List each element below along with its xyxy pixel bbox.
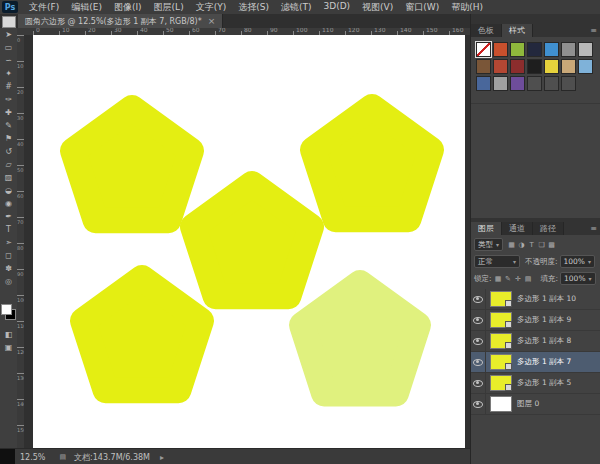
zoom-tool[interactable]: ◎ bbox=[0, 275, 17, 288]
document-canvas[interactable] bbox=[33, 35, 465, 448]
visibility-toggle[interactable] bbox=[471, 331, 486, 351]
color-chips[interactable] bbox=[1, 304, 16, 320]
status-flyout-arrow[interactable]: ▸ bbox=[160, 453, 164, 462]
style-swatch[interactable] bbox=[493, 76, 508, 91]
style-swatch[interactable] bbox=[493, 42, 508, 57]
layer-list: 多边形 1 副本 10多边形 1 副本 9多边形 1 副本 8多边形 1 副本 … bbox=[471, 289, 600, 415]
menu-item[interactable]: 视图(V) bbox=[356, 1, 399, 14]
styles-tab-色板[interactable]: 色板 bbox=[471, 24, 502, 37]
layer-row[interactable]: 多边形 1 副本 5 bbox=[471, 373, 600, 394]
style-swatch[interactable] bbox=[578, 42, 593, 57]
style-swatch[interactable] bbox=[544, 59, 559, 74]
style-swatch[interactable] bbox=[493, 59, 508, 74]
style-swatch-none[interactable] bbox=[476, 42, 491, 57]
style-swatch[interactable] bbox=[578, 59, 593, 74]
pen-tool[interactable]: ✒ bbox=[0, 210, 17, 223]
layer-row[interactable]: 多边形 1 副本 7 bbox=[471, 352, 600, 373]
visibility-toggle[interactable] bbox=[471, 352, 486, 372]
layer-row[interactable]: 多边形 1 副本 9 bbox=[471, 310, 600, 331]
visibility-toggle[interactable] bbox=[471, 310, 486, 330]
styles-tab-样式[interactable]: 样式 bbox=[502, 24, 533, 37]
menu-item[interactable]: 帮助(H) bbox=[445, 1, 489, 14]
style-swatch[interactable] bbox=[561, 42, 576, 57]
style-swatch[interactable] bbox=[476, 76, 491, 91]
menu-item[interactable]: 编辑(E) bbox=[65, 1, 108, 14]
quick-mask-button[interactable]: ◧ bbox=[0, 328, 17, 341]
menu-item[interactable]: 选择(S) bbox=[232, 1, 275, 14]
style-swatch[interactable] bbox=[510, 76, 525, 91]
document-tab[interactable]: 圆角六边形 @ 12.5%(多边形 1 副本 7, RGB/8)* × bbox=[18, 14, 223, 28]
quick-selection-tool[interactable]: ✦ bbox=[0, 67, 17, 80]
style-swatch[interactable] bbox=[544, 76, 559, 91]
style-swatch[interactable] bbox=[527, 59, 542, 74]
move-tool[interactable]: ➤ bbox=[0, 28, 17, 41]
menu-item[interactable]: 图层(L) bbox=[148, 1, 190, 14]
ruler-tick: 70 bbox=[17, 217, 24, 218]
layer-filter-icon[interactable]: ◑ bbox=[517, 241, 526, 249]
visibility-toggle[interactable] bbox=[471, 373, 486, 393]
shape-tool[interactable]: ◻ bbox=[0, 249, 17, 262]
clone-stamp-tool[interactable]: ⚑ bbox=[0, 132, 17, 145]
visibility-toggle[interactable] bbox=[471, 289, 486, 309]
menu-item[interactable]: 文件(F) bbox=[23, 1, 65, 14]
layers-panel-menu-icon[interactable]: ≡ bbox=[590, 224, 597, 233]
close-tab-icon[interactable]: × bbox=[208, 16, 216, 26]
layer-row[interactable]: 图层 0 bbox=[471, 394, 600, 415]
gradient-tool[interactable]: ▨ bbox=[0, 171, 17, 184]
layers-tab-图层[interactable]: 图层 bbox=[471, 222, 502, 235]
layer-row[interactable]: 多边形 1 副本 10 bbox=[471, 289, 600, 310]
style-swatch[interactable] bbox=[527, 42, 542, 57]
style-swatch[interactable] bbox=[561, 76, 576, 91]
crop-tool[interactable]: # bbox=[0, 80, 17, 93]
dodge-tool[interactable]: ◉ bbox=[0, 197, 17, 210]
style-swatch[interactable] bbox=[476, 59, 491, 74]
lasso-tool[interactable]: ∽ bbox=[0, 54, 17, 67]
style-swatch[interactable] bbox=[544, 42, 559, 57]
foreground-color-swatch[interactable] bbox=[1, 304, 12, 315]
layer-filter-icon[interactable]: ❑ bbox=[537, 241, 546, 249]
lock-icon[interactable]: ✛ bbox=[514, 275, 523, 283]
menu-item[interactable]: 3D(D) bbox=[317, 1, 356, 14]
layers-tab-通道[interactable]: 通道 bbox=[502, 222, 533, 235]
menu-item[interactable]: 图像(I) bbox=[108, 1, 148, 14]
history-brush-tool[interactable]: ↺ bbox=[0, 145, 17, 158]
lock-icon[interactable]: ▦ bbox=[494, 275, 503, 283]
layer-filter-icon[interactable]: ▦ bbox=[507, 241, 516, 249]
style-swatch[interactable] bbox=[527, 76, 542, 91]
layer-filter-icon[interactable]: ▩ bbox=[547, 241, 556, 249]
menu-item[interactable]: 文字(Y) bbox=[190, 1, 233, 14]
menu-item[interactable]: 滤镜(T) bbox=[275, 1, 318, 14]
hand-tool[interactable]: ✽ bbox=[0, 262, 17, 275]
marquee-tool[interactable]: ▭ bbox=[0, 41, 17, 54]
blur-tool[interactable]: ◒ bbox=[0, 184, 17, 197]
layer-filter-icon[interactable]: T bbox=[527, 241, 536, 249]
style-swatch[interactable] bbox=[510, 59, 525, 74]
screen-mode-button[interactable]: ▣ bbox=[0, 341, 17, 354]
eraser-tool[interactable]: ▱ bbox=[0, 158, 17, 171]
path-selection-tool[interactable]: ➣ bbox=[0, 236, 17, 249]
brush-tool[interactable]: ✎ bbox=[0, 119, 17, 132]
eyedropper-tool[interactable]: ✑ bbox=[0, 93, 17, 106]
style-swatch[interactable] bbox=[510, 42, 525, 57]
ruler-tick: 100 bbox=[17, 295, 24, 296]
fill-value[interactable]: 100% ▾ bbox=[560, 272, 595, 285]
zoom-level-field[interactable]: 12.5% bbox=[20, 453, 45, 462]
menu-bar: Ps 文件(F)编辑(E)图像(I)图层(L)文字(Y)选择(S)滤镜(T)3D… bbox=[0, 0, 600, 15]
menu-item[interactable]: 窗口(W) bbox=[399, 1, 445, 14]
opacity-value[interactable]: 100% ▾ bbox=[560, 255, 595, 268]
ruler-tick-label: 130 bbox=[374, 28, 385, 33]
eye-icon bbox=[473, 359, 483, 366]
layer-filter-kind-dropdown[interactable]: 类型 ▾ bbox=[474, 238, 503, 251]
layers-tab-路径[interactable]: 路径 bbox=[533, 222, 564, 235]
canvas-viewport[interactable] bbox=[24, 35, 470, 448]
fill-label: 填充: bbox=[541, 274, 559, 284]
lock-icon[interactable]: ▤ bbox=[524, 275, 533, 283]
visibility-toggle[interactable] bbox=[471, 394, 486, 414]
lock-icon[interactable]: ✎ bbox=[504, 275, 513, 283]
styles-panel-menu-icon[interactable]: ≡ bbox=[590, 26, 597, 35]
layer-row[interactable]: 多边形 1 副本 8 bbox=[471, 331, 600, 352]
blend-mode-dropdown[interactable]: 正常 ▾ bbox=[474, 255, 520, 268]
healing-brush-tool[interactable]: ✚ bbox=[0, 106, 17, 119]
style-swatch[interactable] bbox=[561, 59, 576, 74]
type-tool[interactable]: T bbox=[0, 223, 17, 236]
